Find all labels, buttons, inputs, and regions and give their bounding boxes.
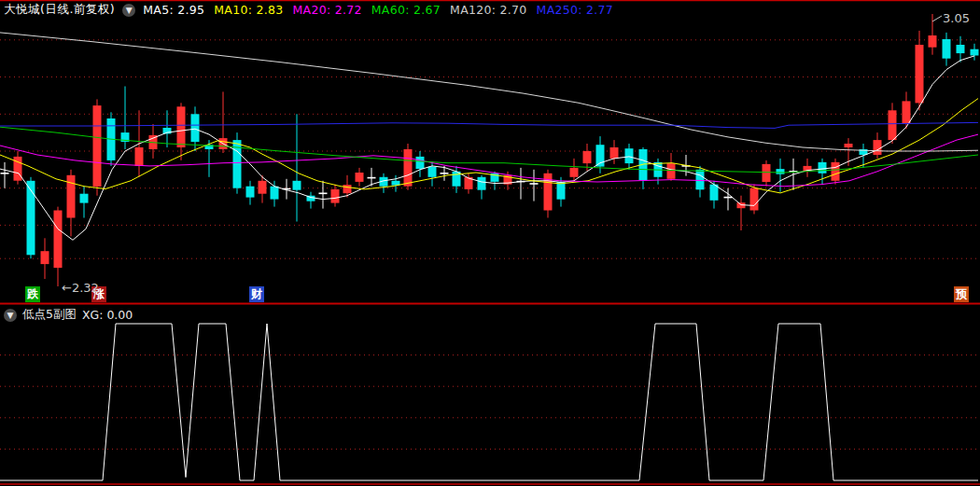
kline-chart-canvas[interactable] bbox=[0, 0, 980, 486]
candle bbox=[428, 167, 437, 177]
candle bbox=[903, 101, 911, 123]
ma-legend-item: MA10: 2.83 bbox=[214, 3, 283, 17]
candle bbox=[135, 147, 144, 166]
candle bbox=[416, 157, 425, 169]
candle bbox=[356, 173, 364, 182]
candle bbox=[93, 105, 102, 187]
candle bbox=[819, 162, 827, 174]
candle bbox=[832, 162, 840, 181]
candle bbox=[27, 181, 35, 255]
candle bbox=[557, 182, 566, 200]
candle bbox=[259, 181, 267, 194]
ma-legend-item: MA250: 2.77 bbox=[537, 3, 614, 17]
candle bbox=[724, 197, 733, 199]
sub-chart-header: ▼ 低点5副图 XG: 0.00 bbox=[4, 307, 133, 323]
candle bbox=[67, 175, 76, 218]
candle bbox=[889, 110, 897, 140]
ma-legend-item: MA60: 2.67 bbox=[371, 3, 441, 17]
candle bbox=[1, 173, 9, 174]
event-badge[interactable]: 跌 bbox=[25, 286, 40, 302]
candle bbox=[957, 45, 965, 53]
candle bbox=[763, 164, 771, 182]
candle bbox=[610, 147, 619, 159]
candle bbox=[293, 181, 301, 190]
high-pointer-line bbox=[932, 16, 942, 21]
candle bbox=[54, 211, 63, 269]
stock-title: 大悦城(日线.前复权) bbox=[4, 2, 115, 18]
candle bbox=[777, 169, 785, 174]
candle bbox=[41, 251, 49, 264]
candle bbox=[331, 189, 340, 203]
indicator-title: 低点5副图 bbox=[22, 307, 77, 323]
high-price-label: 3.05 bbox=[943, 11, 970, 25]
candle bbox=[943, 39, 951, 59]
event-badge[interactable]: 预 bbox=[954, 286, 969, 302]
candle bbox=[271, 187, 279, 200]
candle bbox=[177, 106, 186, 147]
event-badge[interactable]: 财 bbox=[249, 286, 264, 302]
candle bbox=[191, 114, 200, 142]
candle bbox=[916, 45, 924, 103]
chevron-down-icon[interactable]: ▼ bbox=[4, 309, 17, 322]
candle bbox=[696, 170, 705, 190]
indicator-status: XG: 0.00 bbox=[82, 308, 133, 322]
candle bbox=[750, 188, 759, 211]
chevron-down-icon[interactable]: ▼ bbox=[122, 4, 135, 17]
candle bbox=[530, 183, 539, 185]
candle bbox=[625, 148, 634, 163]
indicator-status-value: 0.00 bbox=[106, 308, 133, 322]
ma-legend-item: MA120: 2.70 bbox=[450, 3, 527, 17]
candle bbox=[667, 163, 676, 179]
ma-legend: MA5: 2.95MA10: 2.83MA20: 2.72MA60: 2.67M… bbox=[143, 3, 613, 17]
candle bbox=[845, 144, 853, 147]
ma-line-MA250 bbox=[0, 122, 978, 128]
candle bbox=[246, 187, 255, 198]
indicator-status-label: XG: bbox=[82, 308, 103, 322]
low-price-label: ←2.32 bbox=[62, 281, 99, 295]
candle bbox=[971, 49, 979, 56]
ma-legend-item: MA20: 2.72 bbox=[293, 3, 362, 17]
candle bbox=[583, 151, 592, 163]
ma-legend-item: MA5: 2.95 bbox=[143, 3, 204, 17]
ma-line-MA5 bbox=[0, 56, 974, 240]
candle bbox=[874, 140, 882, 155]
main-chart-header: 大悦城(日线.前复权) ▼ MA5: 2.95MA10: 2.83MA20: 2… bbox=[4, 2, 613, 18]
stock-app-window: 大悦城(日线.前复权) ▼ MA5: 2.95MA10: 2.83MA20: 2… bbox=[0, 0, 980, 486]
candle bbox=[343, 185, 352, 193]
candle bbox=[570, 168, 579, 177]
candle bbox=[478, 177, 486, 190]
candle bbox=[929, 35, 937, 48]
candle bbox=[404, 149, 413, 187]
signal-line bbox=[0, 324, 978, 480]
candle bbox=[80, 194, 89, 203]
candle bbox=[368, 177, 376, 179]
ma-line-MA120 bbox=[0, 33, 978, 151]
candle bbox=[441, 173, 449, 174]
candle bbox=[319, 193, 328, 195]
